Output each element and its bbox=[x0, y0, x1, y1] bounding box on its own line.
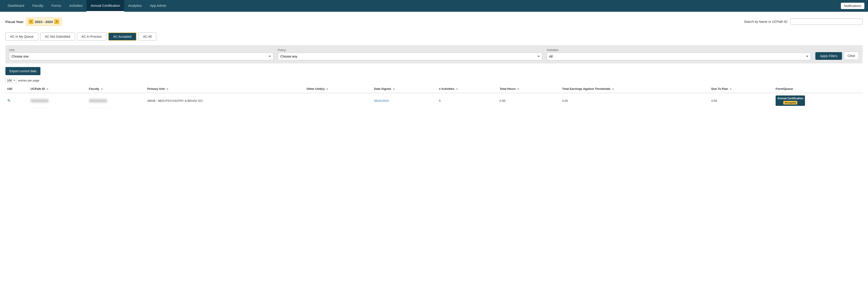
policy-label: Policy: bbox=[278, 48, 542, 52]
sort-icon: ⇅ bbox=[730, 88, 732, 90]
uid-cell: ✎ bbox=[5, 93, 29, 108]
navbar-item-app-admin[interactable]: App Admin bbox=[146, 0, 170, 12]
sort-icon: ⇅ bbox=[456, 88, 458, 90]
faculty-cell: XXXXXXXXXXXXXXX bbox=[87, 93, 146, 108]
sort-icon: ⇅ bbox=[46, 88, 48, 90]
navbar-item-forms[interactable]: Forms bbox=[48, 0, 65, 12]
status-badge[interactable]: Annual Certification Accepted bbox=[776, 96, 805, 106]
ucpath-id-cell: XXXXXXXX bbox=[29, 93, 87, 108]
notifications-button[interactable]: Notifications bbox=[841, 3, 864, 9]
search-input[interactable] bbox=[790, 19, 863, 25]
form-queue-cell: Annual Certification Accepted bbox=[774, 93, 863, 108]
unit-label: Unit: bbox=[9, 48, 273, 52]
navbar: DashboardFacultyFormsActivitiesAnnual Ce… bbox=[0, 0, 868, 12]
fiscal-year-text: 2023 - 2024 bbox=[35, 20, 53, 24]
navbar-item-activities[interactable]: Activities bbox=[65, 0, 87, 12]
col-total-earnings-against-thresholds[interactable]: Total Earnings Against Thresholds ⇅ bbox=[560, 85, 709, 93]
col-ucpath-id[interactable]: UCPath ID ⇅ bbox=[29, 85, 87, 93]
col-faculty[interactable]: Faculty ⇅ bbox=[87, 85, 146, 93]
search-label: Search by Name or UCPath ID: bbox=[744, 20, 788, 24]
num-activities-cell: 0 bbox=[437, 93, 498, 108]
entries-label: entries per page bbox=[18, 79, 39, 82]
faculty-value: XXXXXXXXXXXXXXX bbox=[89, 99, 107, 102]
fiscal-left: Fiscal Year: < 2023 - 2024 > bbox=[5, 17, 62, 26]
activities-select[interactable]: All bbox=[547, 52, 811, 60]
other-units-cell bbox=[305, 93, 372, 108]
fiscal-label: Fiscal Year: bbox=[5, 20, 24, 24]
sort-icon: ⇅ bbox=[612, 88, 614, 90]
sort-icon: ⇅ bbox=[166, 88, 168, 90]
filter-tabs: AC In My QueueAC Not SubmittedAC In Proc… bbox=[5, 33, 863, 41]
activities-label: Activities: bbox=[547, 48, 811, 52]
navbar-item-faculty[interactable]: Faculty bbox=[28, 0, 47, 12]
fiscal-year-box: < 2023 - 2024 > bbox=[26, 17, 62, 26]
total-hours-cell: 0.00 bbox=[498, 93, 560, 108]
col-uid: UID bbox=[5, 85, 29, 93]
main-content: Fiscal Year: < 2023 - 2024 > Search by N… bbox=[0, 12, 868, 283]
search-area: Search by Name or UCPath ID: bbox=[744, 19, 863, 25]
edit-icon[interactable]: ✎ bbox=[7, 98, 11, 103]
policy-select[interactable]: Choose any bbox=[278, 52, 542, 60]
unit-select[interactable]: Choose one bbox=[9, 52, 273, 60]
due-to-plan-cell: 0.00 bbox=[710, 93, 774, 108]
navbar-item-dashboard[interactable]: Dashboard bbox=[4, 0, 28, 12]
apply-filters-button[interactable]: Apply Filters bbox=[815, 52, 842, 60]
filter-tab-ac-all[interactable]: AC All bbox=[138, 33, 156, 41]
col--activities[interactable]: # Activities ⇅ bbox=[437, 85, 498, 93]
col-due-to-plan[interactable]: Due To Plan ⇅ bbox=[710, 85, 774, 93]
ucpath-id-value: XXXXXXXX bbox=[31, 99, 49, 102]
col-primary-unit[interactable]: Primary Unit ⇅ bbox=[146, 85, 305, 93]
unit-filter-group: Unit: Choose one bbox=[9, 48, 273, 60]
export-button[interactable]: Export current data bbox=[5, 67, 40, 75]
filter-actions: Apply Filters Clear bbox=[815, 52, 859, 60]
filter-panel: Unit: Choose one Policy: Choose any Acti… bbox=[5, 45, 863, 63]
primary-unit-cell: 49038 - MED:PSYCHIATRY & BEHAV SCI bbox=[146, 93, 305, 108]
entries-select[interactable]: 102550100 bbox=[5, 78, 17, 83]
fiscal-next-button[interactable]: > bbox=[54, 19, 59, 24]
sort-icon: ⇅ bbox=[393, 88, 395, 90]
filter-tab-ac-in-process[interactable]: AC In Process bbox=[77, 33, 106, 41]
date-signed-cell: 06/01/2024 bbox=[372, 93, 437, 108]
col-date-signed[interactable]: Date Signed ⇅ bbox=[372, 85, 437, 93]
fiscal-row: Fiscal Year: < 2023 - 2024 > Search by N… bbox=[5, 15, 863, 28]
export-row: Export current data bbox=[5, 67, 863, 75]
policy-filter-group: Policy: Choose any bbox=[278, 48, 542, 60]
total-earnings-cell: 0.00 bbox=[560, 93, 709, 108]
entries-row: 102550100 entries per page bbox=[5, 78, 863, 83]
navbar-item-annual-certification[interactable]: Annual Certification bbox=[87, 0, 124, 12]
sort-icon: ⇅ bbox=[517, 88, 519, 90]
activities-filter-group: Activities: All bbox=[547, 48, 811, 60]
filter-tab-ac-in-my-queue[interactable]: AC In My Queue bbox=[5, 33, 38, 41]
col-form-queue: Form/Queue bbox=[774, 85, 863, 93]
table-row: ✎XXXXXXXXXXXXXXXXXXXXXXX49038 - MED:PSYC… bbox=[5, 93, 863, 108]
filter-tab-ac-accepted[interactable]: AC Accepted bbox=[108, 33, 136, 41]
status-sub: Accepted bbox=[783, 101, 797, 105]
fiscal-prev-button[interactable]: < bbox=[28, 19, 33, 24]
status-title: Annual Certification bbox=[777, 97, 803, 100]
sort-icon: ⇅ bbox=[326, 88, 328, 90]
clear-filters-button[interactable]: Clear bbox=[844, 52, 859, 60]
sort-icon: ⇅ bbox=[101, 88, 103, 90]
filter-tab-ac-not-submitted[interactable]: AC Not Submitted bbox=[40, 33, 75, 41]
data-table: UIDUCPath ID ⇅Faculty ⇅Primary Unit ⇅Oth… bbox=[5, 85, 863, 108]
col-other-unit-s-[interactable]: Other Unit(s) ⇅ bbox=[305, 85, 372, 93]
col-total-hours[interactable]: Total Hours ⇅ bbox=[498, 85, 560, 93]
navbar-item-analytics[interactable]: Analytics bbox=[124, 0, 146, 12]
